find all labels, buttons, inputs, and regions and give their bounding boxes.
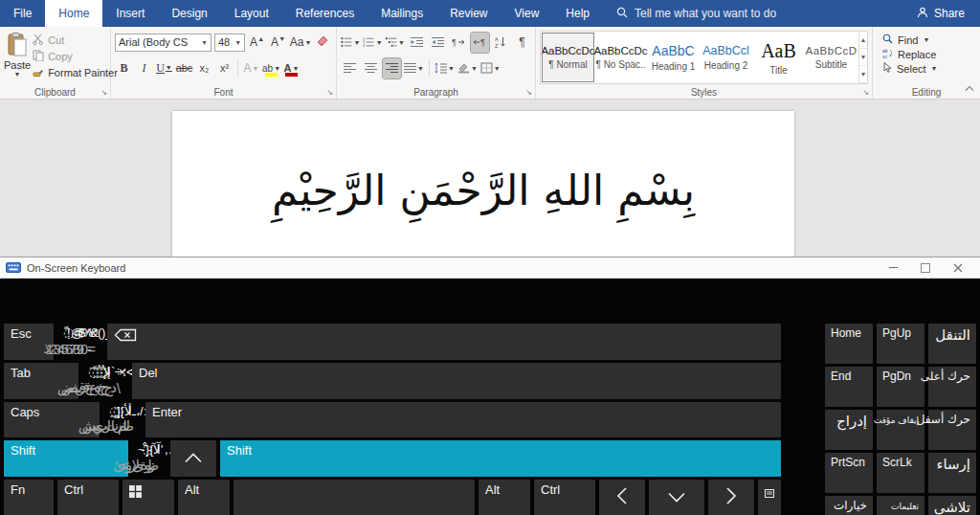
key-تلاشي[interactable]: تلاشي [928,496,976,515]
underline-button[interactable]: U▼ [155,58,173,78]
key-fn[interactable]: Fn [4,480,54,515]
minimize-button[interactable] [877,258,909,278]
key-حرك-أعلى[interactable]: حرك أعلى [928,367,976,407]
document-page[interactable]: بِسْمِ اللهِ الرَّحْمَنِ الرَّحِيْمِ [172,111,794,257]
key-alt[interactable]: Alt [479,480,530,515]
multilevel-list-button[interactable]: ▼ [386,33,405,53]
tab-help[interactable]: Help [552,0,603,27]
align-left-button[interactable] [341,58,359,78]
styles-more-button[interactable]: ▼ [859,66,867,83]
clear-formatting-button[interactable] [314,33,332,53]
rtl-text-direction-button[interactable]: ¶ [471,33,489,53]
decrease-indent-button[interactable] [408,33,426,53]
italic-button[interactable]: I [135,58,153,78]
key-enter[interactable]: Enter [145,402,781,438]
sort-button[interactable]: AZ [492,33,510,53]
key-end[interactable]: End [825,367,873,407]
key-home[interactable]: Home [825,324,873,364]
share-button[interactable]: Share [902,0,980,27]
shading-button[interactable]: ▼ [457,58,478,78]
key-pgdn[interactable]: PgDn [877,367,924,407]
key-التنقل[interactable]: التنقل [928,324,976,364]
right-arrow-key[interactable] [708,480,754,515]
tab-layout[interactable]: Layout [221,0,282,27]
menu-key[interactable] [758,480,781,515]
align-center-button[interactable] [362,58,380,78]
paste-button[interactable]: Paste ▼ [4,31,31,79]
key-shift[interactable]: Shift [220,440,781,477]
borders-button[interactable]: ▼ [480,58,501,78]
paste-dropdown-caret[interactable]: ▼ [14,71,21,78]
paragraph-dialog-launcher[interactable]: ↘ [525,89,532,97]
bullets-button[interactable]: ▼ [341,33,360,53]
show-formatting-marks-button[interactable]: ¶ [513,33,531,53]
left-arrow-key[interactable] [599,480,645,515]
osk-titlebar[interactable]: On-Screen Keyboard [0,258,980,279]
key-del[interactable]: Del [132,363,781,399]
backspace-key[interactable] [107,324,781,360]
tab-references[interactable]: References [282,0,368,27]
change-case-button[interactable]: Aa▼ [290,33,311,53]
select-button[interactable]: Select ▼ [882,62,976,75]
style-heading-2[interactable]: AaBbCclHeading 2 [701,34,751,81]
key-خيارات[interactable]: خيارات [825,496,873,515]
copy-button[interactable]: Copy [33,50,118,63]
shrink-font-button[interactable]: A▼ [269,33,287,53]
clipboard-dialog-launcher[interactable]: ↘ [100,89,107,97]
document-text[interactable]: بِسْمِ اللهِ الرَّحْمَنِ الرَّحِيْمِ [172,155,794,227]
tab-file[interactable]: File [0,0,45,27]
maximize-button[interactable] [909,258,942,278]
key-تعليمات[interactable]: تعليمات [877,496,924,515]
font-size-combobox[interactable]: 48 ▼ [214,34,245,52]
font-dialog-launcher[interactable]: ↘ [326,89,333,97]
grow-font-button[interactable]: A▲ [248,33,266,53]
tell-me-search[interactable]: Tell me what you want to do [616,0,776,27]
replace-button[interactable]: abac Replace [882,48,976,60]
tab-insert[interactable]: Insert [102,0,158,27]
style-heading-1[interactable]: AaBbCHeading 1 [648,34,699,81]
style-normal[interactable]: AaBbCcDc¶ Normal [543,34,593,81]
ltr-text-direction-button[interactable]: ¶ [450,33,468,53]
tab-view[interactable]: View [501,0,553,27]
styles-dialog-launcher[interactable]: ↘ [862,89,869,97]
style-subtitle[interactable]: AaBbCcDSubtitle [806,34,857,81]
tab-design[interactable]: Design [158,0,220,27]
key-prtscn[interactable]: PrtScn [825,453,873,493]
space-key[interactable] [234,480,475,515]
close-button[interactable] [942,258,974,278]
tab-mailings[interactable]: Mailings [368,0,436,27]
tab-review[interactable]: Review [436,0,501,27]
key-pgup[interactable]: PgUp [877,324,924,364]
format-painter-button[interactable]: Format Painter [33,66,118,79]
cut-button[interactable]: Cut [33,34,118,47]
key-إرساء[interactable]: إرساء [928,453,976,493]
key-إدراج[interactable]: إدراج [825,410,873,450]
font-color-button[interactable]: A▼ [282,58,301,78]
collapse-ribbon-button[interactable] [965,78,974,96]
bold-button[interactable]: B [115,58,133,78]
up-arrow-key[interactable] [170,440,216,477]
key-ctrl[interactable]: Ctrl [57,480,119,515]
styles-scroll-up-button[interactable]: ▲ [859,32,867,49]
increase-indent-button[interactable] [429,33,447,53]
key-scrlk[interactable]: ScrLk [877,453,924,493]
key-ctrl[interactable]: Ctrl [534,480,595,515]
font-name-combobox[interactable]: Arial (Body CS ▼ [115,34,212,52]
text-effects-button[interactable]: A▼ [242,58,260,78]
down-arrow-key[interactable] [649,480,704,515]
style-title[interactable]: AaBTitle [753,34,804,81]
key-shift[interactable]: Shift [4,440,128,477]
windows-key[interactable] [122,480,174,515]
key-alt[interactable]: Alt [178,480,230,515]
superscript-button[interactable]: x² [215,58,234,78]
line-spacing-button[interactable]: ▼ [434,58,455,78]
numbering-button[interactable]: 123 ▼ [363,33,382,53]
tab-home[interactable]: Home [45,0,102,27]
styles-scroll-down-button[interactable]: ▼ [859,49,867,66]
align-right-button[interactable] [383,58,401,78]
key-حرك-أسفل[interactable]: حرك أسفل [928,410,976,450]
strikethrough-button[interactable]: abc [175,58,193,78]
subscript-button[interactable]: x₂ [195,58,213,78]
justify-button[interactable]: ▼ [404,58,424,78]
style-no-spac[interactable]: AaBbCcDc¶ No Spac... [595,34,646,81]
